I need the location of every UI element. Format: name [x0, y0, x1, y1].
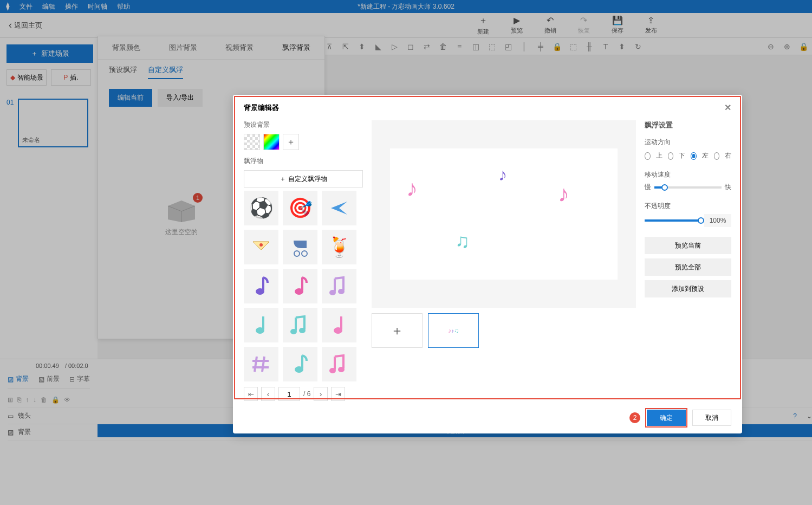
preview-note-icon: ♪ [558, 181, 569, 207]
speed-slider[interactable] [654, 186, 722, 189]
svg-point-8 [290, 329, 297, 334]
direction-label: 运动方向 [645, 138, 731, 147]
preview-canvas: ♪ ♪ ♪ ♫ [390, 148, 618, 280]
ok-button[interactable]: 确定 [647, 410, 686, 426]
page-next-button[interactable]: › [314, 387, 328, 401]
float-item-stroller[interactable] [283, 230, 317, 264]
float-item-soccer[interactable]: ⚽ [244, 191, 278, 225]
page-first-button[interactable]: ⇤ [244, 387, 258, 401]
float-item-hash[interactable] [244, 347, 278, 381]
svg-point-2 [302, 251, 307, 256]
custom-float-button[interactable]: ＋自定义飘浮物 [244, 170, 363, 187]
opacity-value: 100% [704, 214, 731, 227]
float-item-note-purple[interactable] [244, 269, 278, 303]
add-preview-thumb[interactable]: ＋ [372, 313, 423, 348]
bg-editor-modal: 背景编辑器 ✕ 预设背景 ＋ 飘浮物 ＋自定义飘浮物 ⚽ 🎯 🍹 [233, 95, 742, 433]
svg-point-3 [256, 288, 264, 295]
preview-note-icon: ♫ [455, 230, 470, 252]
preview-thumb[interactable]: ♪ ♪ ♫ [428, 313, 479, 348]
modal-title: 背景编辑器 [244, 103, 279, 113]
svg-point-0 [259, 243, 263, 247]
float-item-plane[interactable] [322, 191, 356, 225]
preview-all-button[interactable]: 预览全部 [645, 258, 731, 276]
svg-point-4 [295, 288, 303, 295]
svg-point-7 [256, 327, 264, 334]
page-input[interactable] [278, 387, 300, 401]
float-item-note-teal[interactable] [244, 308, 278, 342]
settings-title: 飘浮设置 [645, 120, 731, 130]
opacity-slider[interactable] [645, 219, 701, 222]
pager: ⇤ ‹ / 6 › ⇥ [244, 387, 363, 401]
page-prev-button[interactable]: ‹ [261, 387, 275, 401]
float-item-note-teal3[interactable] [283, 347, 317, 381]
float-item-drink[interactable]: 🍹 [322, 230, 356, 264]
preset-rainbow[interactable] [263, 134, 280, 150]
svg-point-10 [334, 327, 342, 334]
cancel-button[interactable]: 取消 [692, 410, 731, 426]
add-preset-button[interactable]: 添加到预设 [645, 280, 731, 297]
float-item-note-pink[interactable] [283, 269, 317, 303]
preview-note-icon: ♪ [498, 165, 507, 185]
page-total: / 6 [303, 390, 310, 398]
svg-point-13 [338, 367, 345, 372]
preview-note-icon: ♪ [406, 176, 418, 202]
float-obj-label: 飘浮物 [244, 157, 363, 166]
preset-transparent[interactable] [244, 134, 260, 150]
footer-badge: 2 [629, 412, 640, 423]
preview-current-button[interactable]: 预览当前 [645, 237, 731, 254]
opacity-label: 不透明度 [645, 202, 731, 211]
preview-background: ♪ ♪ ♪ ♫ [372, 120, 636, 308]
svg-point-9 [299, 328, 306, 333]
radio-right[interactable] [714, 152, 720, 160]
float-item-target[interactable]: 🎯 [283, 191, 317, 225]
svg-point-12 [329, 368, 336, 373]
page-last-button[interactable]: ⇥ [331, 387, 345, 401]
float-item-envelope[interactable] [244, 230, 278, 264]
float-item-note-pink2[interactable] [322, 308, 356, 342]
float-item-grid: ⚽ 🎯 🍹 [244, 191, 363, 381]
svg-point-6 [338, 289, 345, 294]
close-icon[interactable]: ✕ [724, 102, 731, 113]
speed-label: 移动速度 [645, 170, 731, 179]
float-item-note-teal2[interactable] [283, 308, 317, 342]
float-item-note-pink3[interactable] [322, 347, 356, 381]
svg-point-11 [295, 366, 303, 373]
float-item-note-lilac[interactable] [322, 269, 356, 303]
radio-left[interactable] [691, 152, 697, 160]
radio-down[interactable] [668, 152, 674, 160]
preset-bg-label: 预设背景 [244, 120, 363, 130]
preset-add[interactable]: ＋ [283, 134, 299, 150]
radio-up[interactable] [645, 152, 651, 160]
svg-point-5 [329, 290, 336, 295]
svg-point-1 [294, 251, 300, 256]
